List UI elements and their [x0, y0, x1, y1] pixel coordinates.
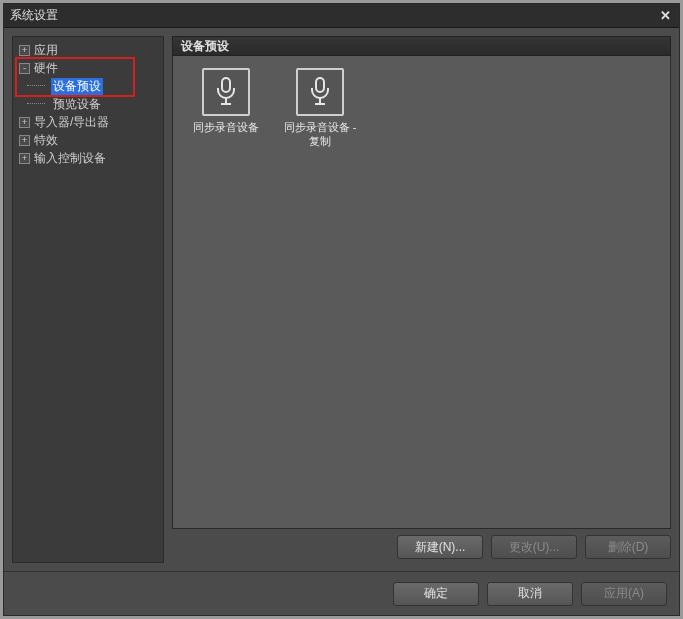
main-panel: 设备预设 同步录音设备 同步录音设备 - 复制 新建(N)... 更改(U — [172, 36, 671, 563]
tree-label: 设备预设 — [51, 78, 103, 95]
tree-label: 硬件 — [34, 60, 58, 77]
microphone-icon — [296, 68, 344, 116]
preset-label: 同步录音设备 — [193, 120, 259, 134]
tree-item-hardware[interactable]: - 硬件 — [13, 59, 163, 77]
panel-header: 设备预设 — [172, 36, 671, 56]
tree-item-importer-exporter[interactable]: + 导入器/导出器 — [13, 113, 163, 131]
expand-icon[interactable]: + — [19, 117, 30, 128]
tree-item-preview-device[interactable]: 预览设备 — [13, 95, 163, 113]
panel-button-row: 新建(N)... 更改(U)... 删除(D) — [172, 535, 671, 559]
new-button[interactable]: 新建(N)... — [397, 535, 483, 559]
tree-item-app[interactable]: + 应用 — [13, 41, 163, 59]
tree-label: 预览设备 — [51, 96, 103, 113]
window-body: + 应用 - 硬件 设备预设 预览设备 + 导入器/导出器 + 特效 — [4, 28, 679, 571]
preset-item[interactable]: 同步录音设备 — [185, 68, 267, 134]
expand-icon[interactable]: + — [19, 45, 30, 56]
microphone-icon — [202, 68, 250, 116]
apply-button: 应用(A) — [581, 582, 667, 606]
close-icon[interactable]: ✕ — [657, 8, 673, 24]
footer: 确定 取消 应用(A) — [4, 571, 679, 615]
preset-label: 同步录音设备 - 复制 — [279, 120, 361, 148]
tree-item-input-control[interactable]: + 输入控制设备 — [13, 149, 163, 167]
preset-list: 同步录音设备 同步录音设备 - 复制 — [172, 56, 671, 529]
titlebar: 系统设置 ✕ — [4, 4, 679, 28]
tree-item-effects[interactable]: + 特效 — [13, 131, 163, 149]
tree-item-device-preset[interactable]: 设备预设 — [13, 77, 163, 95]
svg-rect-3 — [316, 78, 324, 92]
settings-window: 系统设置 ✕ + 应用 - 硬件 设备预设 预览设备 + 导入器/导出器 — [3, 3, 680, 616]
preset-item[interactable]: 同步录音设备 - 复制 — [279, 68, 361, 148]
tree-label: 特效 — [34, 132, 58, 149]
sidebar-tree: + 应用 - 硬件 设备预设 预览设备 + 导入器/导出器 + 特效 — [12, 36, 164, 563]
change-button: 更改(U)... — [491, 535, 577, 559]
svg-rect-0 — [222, 78, 230, 92]
tree-label: 应用 — [34, 42, 58, 59]
tree-label: 导入器/导出器 — [34, 114, 109, 131]
delete-button: 删除(D) — [585, 535, 671, 559]
tree-label: 输入控制设备 — [34, 150, 106, 167]
cancel-button[interactable]: 取消 — [487, 582, 573, 606]
collapse-icon[interactable]: - — [19, 63, 30, 74]
expand-icon[interactable]: + — [19, 135, 30, 146]
expand-icon[interactable]: + — [19, 153, 30, 164]
window-title: 系统设置 — [10, 7, 657, 24]
ok-button[interactable]: 确定 — [393, 582, 479, 606]
